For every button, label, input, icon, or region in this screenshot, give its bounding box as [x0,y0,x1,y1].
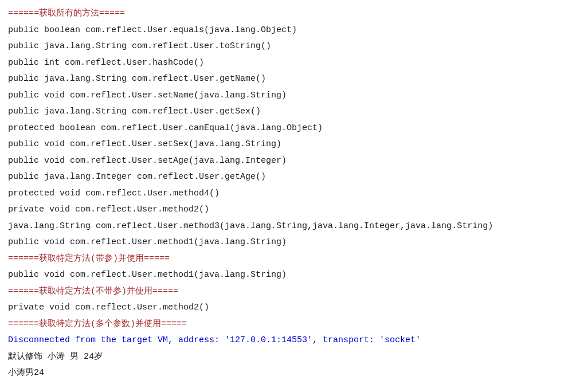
output-line: public java.lang.Integer com.reflect.Use… [8,169,560,186]
output-line: public void com.reflect.User.method1(jav… [8,267,560,284]
output-line: public int com.reflect.User.hashCode() [8,55,560,72]
section-header: ======获取特定方法(不带参)并使用===== [8,284,560,300]
output-line: java.lang.String com.reflect.User.method… [8,218,560,235]
console-output: ======获取所有的方法===== public boolean com.re… [8,6,560,382]
output-line: protected void com.reflect.User.method4(… [8,186,560,202]
output-line: public java.lang.String com.reflect.User… [8,104,560,120]
output-line: public java.lang.String com.reflect.User… [8,38,560,55]
output-line: public void com.reflect.User.setAge(java… [8,153,560,170]
output-line: public void com.reflect.User.setSex(java… [8,136,560,153]
section-header: ======获取特定方法(带参)并使用===== [8,251,560,268]
section-header: ======获取所有的方法===== [8,6,560,22]
output-line: private void com.reflect.User.method2() [8,202,560,218]
output-line: public java.lang.String com.reflect.User… [8,71,560,88]
output-line: public void com.reflect.User.setName(jav… [8,88,560,104]
output-line: private void com.reflect.User.method2() [8,300,560,316]
vm-disconnect-message: Disconnected from the target VM, address… [8,332,560,349]
output-line: public void com.reflect.User.method1(jav… [8,234,560,251]
output-line: public boolean com.reflect.User.equals(j… [8,22,560,39]
output-line: protected boolean com.reflect.User.canEq… [8,120,560,137]
output-line: 小涛男24 [8,365,560,382]
output-line: 默认修饰 小涛 男 24岁 [8,349,560,366]
section-header: ======获取特定方法(多个参数)并使用===== [8,316,560,333]
